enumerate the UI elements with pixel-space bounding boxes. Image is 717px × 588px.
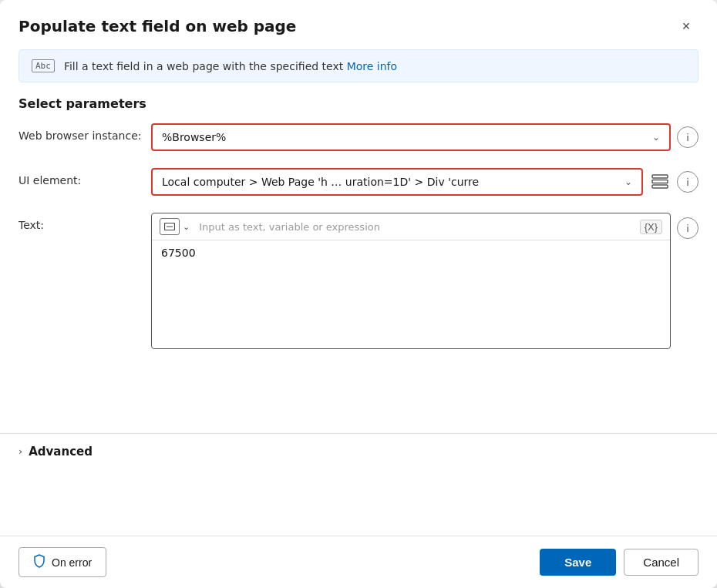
text-row: Text: ⌄ Input as text, variable or expre… (19, 213, 698, 349)
spacer (0, 469, 717, 536)
dialog-title: Populate text field on web page (19, 17, 296, 35)
shield-icon (33, 554, 45, 570)
ui-element-select[interactable]: Local computer > Web Page 'h … uration=1… (151, 168, 643, 196)
params-area: Web browser instance: %Browser% ⌄ i UI e… (0, 123, 717, 433)
stack-layers-icon[interactable] (649, 171, 671, 193)
toolbar-chevron-icon[interactable]: ⌄ (183, 222, 190, 232)
dialog-footer: On error Save Cancel (0, 536, 717, 588)
section-title: Select parameters (0, 96, 717, 123)
save-button[interactable]: Save (540, 549, 616, 576)
text-input-wrapper: ⌄ Input as text, variable or expression … (151, 213, 671, 349)
banner-text: Fill a text field in a web page with the… (64, 60, 397, 72)
text-control: ⌄ Input as text, variable or expression … (151, 213, 698, 349)
text-toolbar: ⌄ Input as text, variable or expression … (152, 213, 670, 240)
info-banner: Abc Fill a text field in a web page with… (19, 49, 698, 82)
text-input-body[interactable]: 67500 (152, 240, 670, 348)
more-info-link[interactable]: More info (347, 60, 397, 72)
web-browser-row: Web browser instance: %Browser% ⌄ i (19, 123, 698, 151)
ui-element-control: Local computer > Web Page 'h … uration=1… (151, 168, 698, 196)
advanced-label: Advanced (29, 445, 93, 459)
expression-button[interactable]: {X} (640, 220, 662, 234)
text-mode-button[interactable] (160, 218, 180, 235)
svg-rect-1 (652, 180, 668, 183)
text-info-icon[interactable]: i (677, 217, 698, 239)
web-browser-select[interactable]: %Browser% ⌄ (151, 123, 671, 151)
svg-rect-0 (652, 175, 668, 178)
dialog-header: Populate text field on web page × (0, 0, 717, 49)
footer-right: Save Cancel (540, 549, 698, 576)
ui-element-label: UI element: (19, 168, 142, 186)
dialog: Populate text field on web page × Abc Fi… (0, 0, 717, 588)
cancel-button[interactable]: Cancel (624, 549, 698, 576)
web-browser-label: Web browser instance: (19, 123, 142, 142)
ui-element-chevron-icon: ⌄ (624, 176, 632, 187)
text-label: Text: (19, 213, 142, 231)
ui-element-row: UI element: Local computer > Web Page 'h… (19, 168, 698, 196)
ui-element-info-icon[interactable]: i (677, 171, 698, 193)
text-value: 67500 (161, 247, 196, 259)
svg-rect-2 (652, 185, 668, 188)
abc-icon: Abc (32, 59, 55, 72)
advanced-chevron-icon: › (19, 445, 22, 457)
advanced-section[interactable]: › Advanced (0, 433, 717, 469)
on-error-button[interactable]: On error (19, 547, 106, 577)
on-error-label: On error (52, 556, 92, 569)
close-button[interactable]: × (674, 14, 698, 39)
browser-chevron-icon: ⌄ (652, 132, 660, 143)
web-browser-control: %Browser% ⌄ i (151, 123, 698, 151)
toolbar-placeholder: Input as text, variable or expression (193, 221, 636, 233)
web-browser-info-icon[interactable]: i (677, 126, 698, 148)
